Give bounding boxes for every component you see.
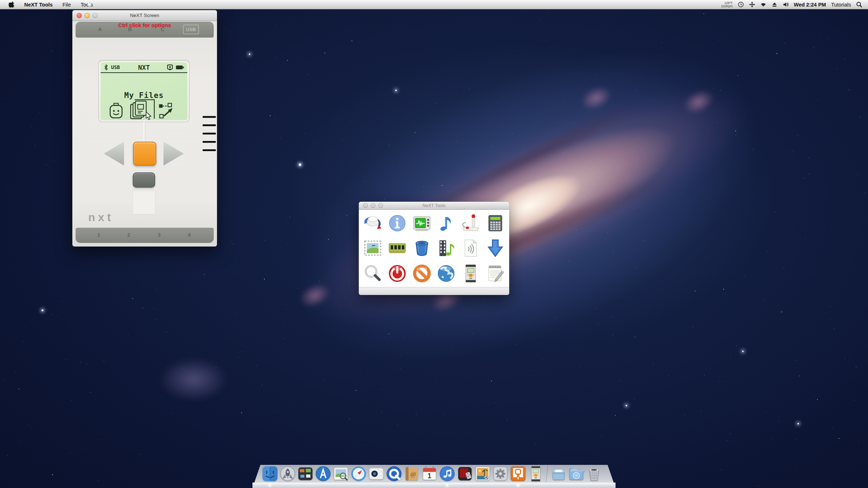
tool-info-icon[interactable] (385, 211, 410, 236)
star (653, 363, 654, 364)
clock-icon[interactable] (738, 1, 744, 8)
nxt-enter-button[interactable] (133, 142, 156, 166)
menu-next-tools[interactable]: NeXT Tools (24, 2, 53, 8)
tool-power-icon[interactable] (385, 261, 410, 286)
companion-galaxy (159, 358, 228, 401)
star (104, 361, 104, 361)
menu-file[interactable]: File (63, 2, 71, 8)
dock-item-documents-stack[interactable] (550, 465, 567, 482)
star (830, 307, 831, 307)
minimize-button[interactable] (85, 13, 90, 18)
star (507, 420, 507, 420)
wifi-icon[interactable] (760, 1, 766, 8)
zoom-button[interactable] (378, 203, 383, 208)
tool-media-icon[interactable] (434, 236, 459, 261)
tool-notepad-icon[interactable] (483, 261, 507, 286)
tool-memory-icon[interactable] (385, 236, 410, 261)
tool-joystick-icon[interactable] (459, 211, 483, 236)
zoom-button[interactable] (93, 13, 98, 18)
star (132, 298, 133, 299)
dock-item-facetime[interactable] (368, 465, 385, 482)
dock-item-mission-control[interactable] (297, 465, 314, 482)
star (72, 476, 72, 476)
star (142, 308, 143, 308)
nxt-left-arrow-button[interactable] (104, 142, 124, 166)
tool-picture-stamp-icon[interactable] (361, 236, 385, 261)
star (721, 470, 722, 470)
nxt-lcd-screen[interactable]: USB NXT My Files (101, 62, 187, 120)
star (324, 53, 325, 53)
tool-search-icon[interactable] (361, 261, 385, 286)
dock-item-safari[interactable] (350, 465, 367, 482)
tool-knob-icon[interactable] (361, 211, 385, 236)
star (22, 341, 23, 342)
next-screen-titlebar[interactable]: NeXT Screen (72, 10, 217, 21)
star (276, 26, 276, 26)
dock-item-address-book[interactable]: @ (403, 465, 420, 482)
star (77, 446, 77, 446)
star (4, 380, 5, 380)
menu-clock[interactable]: Wed 2:24 PM (794, 2, 826, 8)
minifig-head-icon[interactable] (109, 103, 123, 120)
next-tools-titlebar[interactable]: NeXT Tools (359, 202, 509, 210)
dock-item-preview[interactable] (332, 465, 349, 482)
close-button[interactable] (77, 13, 82, 18)
dock-item-nxt-brick[interactable] (527, 465, 544, 482)
star (858, 442, 859, 442)
tool-bucket-icon[interactable] (409, 236, 434, 261)
program-flow-icon[interactable] (158, 103, 175, 120)
nxt-right-arrow-button[interactable] (163, 142, 184, 166)
star (616, 366, 616, 366)
star (51, 314, 52, 315)
istat-fan-speed: 1118rpm (721, 5, 732, 8)
tool-globe-icon[interactable] (434, 261, 459, 286)
dock-item-ical[interactable]: 1 (421, 465, 438, 482)
menu-items: NeXT ToolsFileTools (24, 2, 93, 8)
menu-user-name[interactable]: Tutorials (831, 2, 851, 8)
istat-readout[interactable]: 129°F 1118rpm (721, 1, 732, 8)
star (515, 442, 515, 442)
eject-icon[interactable] (771, 1, 778, 8)
dock-item-trash[interactable] (586, 465, 603, 482)
dock-item-itunes[interactable] (439, 465, 456, 482)
dock-item-downloads-folder[interactable] (568, 465, 585, 482)
dock-items: @1 (261, 464, 603, 482)
dock-item-app-store[interactable] (315, 465, 332, 482)
dock-item-iphoto[interactable] (474, 465, 491, 482)
star (30, 474, 30, 475)
tool-oscilloscope-icon[interactable] (409, 211, 434, 236)
tool-block-icon[interactable] (409, 261, 434, 286)
star (20, 441, 21, 442)
speaker-grille-line (203, 124, 216, 126)
dock-item-system-preferences[interactable] (492, 465, 509, 482)
dock-item-launchpad[interactable] (279, 465, 296, 482)
speaker-grille-line (203, 133, 216, 134)
nxt-back-button[interactable] (133, 172, 155, 188)
tool-music-note-icon[interactable] (434, 211, 459, 236)
star (52, 474, 53, 475)
brick-groove (144, 122, 145, 142)
dock-item-quicktime[interactable] (386, 465, 403, 482)
apple-menu-icon[interactable] (9, 1, 14, 8)
menu-bar-right: 129°F 1118rpm Wed 2:24 PM Tutorials (721, 1, 868, 8)
dock-item-nxt-tools-app[interactable] (510, 465, 527, 482)
tool-calculator-icon[interactable] (483, 211, 507, 236)
star (727, 440, 727, 441)
andromeda-galaxy (163, 0, 868, 488)
spotlight-icon[interactable] (856, 1, 862, 8)
star (796, 360, 796, 361)
nxt-lcd-bezel: USB NXT My Files (99, 60, 189, 122)
star (799, 376, 800, 376)
nav-arrows-icon[interactable] (749, 1, 755, 8)
tools-grid (359, 210, 509, 287)
bright-star (42, 309, 43, 311)
tool-sound-file-icon[interactable] (459, 236, 483, 261)
dock-item-dvd-player[interactable] (456, 465, 473, 482)
star (241, 412, 242, 413)
dock-item-finder[interactable] (261, 465, 278, 482)
volume-icon[interactable] (783, 1, 789, 8)
tool-nxt-brick-icon[interactable] (459, 261, 483, 286)
minimize-button[interactable] (371, 203, 375, 208)
tool-download-icon[interactable] (483, 236, 507, 261)
close-button[interactable] (363, 203, 368, 208)
